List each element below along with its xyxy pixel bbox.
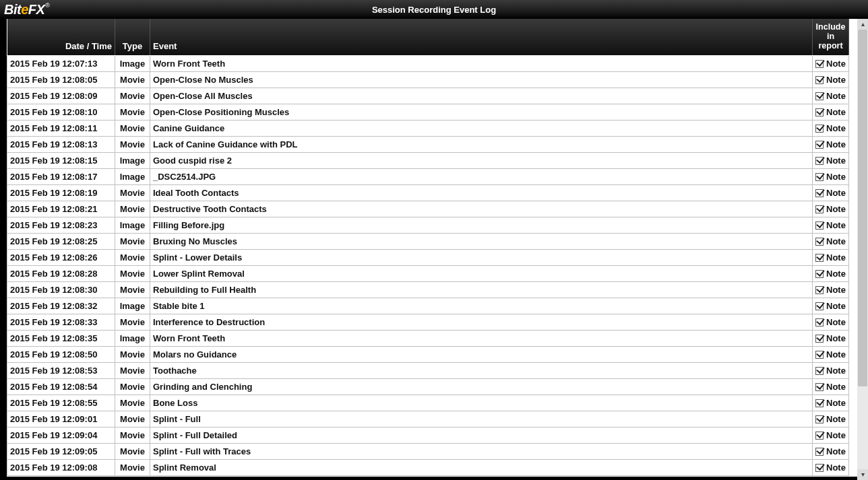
include-checkbox[interactable] bbox=[815, 286, 824, 294]
include-checkbox[interactable] bbox=[815, 351, 824, 359]
include-checkbox[interactable] bbox=[815, 221, 824, 230]
table-row[interactable]: 2015 Feb 19 12:08:35ImageWorn Front Teet… bbox=[7, 330, 849, 346]
table-row[interactable]: 2015 Feb 19 12:09:04MovieSplint - Full D… bbox=[7, 427, 849, 443]
logo-registered-icon: ® bbox=[45, 2, 49, 9]
include-checkbox[interactable] bbox=[815, 318, 824, 327]
cell-datetime: 2015 Feb 19 12:08:50 bbox=[7, 346, 115, 362]
col-header-include[interactable]: Include in report bbox=[813, 19, 849, 55]
table-row[interactable]: 2015 Feb 19 12:08:30MovieRebuilding to F… bbox=[7, 281, 849, 298]
cell-type: Movie bbox=[115, 281, 150, 298]
table-row[interactable]: 2015 Feb 19 12:08:19MovieIdeal Tooth Con… bbox=[7, 184, 849, 201]
table-row[interactable]: 2015 Feb 19 12:08:25MovieBruxing No Musc… bbox=[7, 233, 849, 249]
include-checkbox[interactable] bbox=[815, 76, 824, 84]
scroll-thumb[interactable] bbox=[858, 30, 867, 386]
header-row: Date / Time Type Event Include in report bbox=[7, 19, 849, 55]
table-row[interactable]: 2015 Feb 19 12:09:08MovieSplint RemovalN… bbox=[7, 459, 849, 475]
event-table-wrap: Date / Time Type Event Include in report… bbox=[7, 19, 857, 477]
include-checkbox[interactable] bbox=[815, 367, 824, 375]
scroll-up-arrow-icon[interactable]: ▴ bbox=[857, 19, 868, 30]
table-row[interactable]: 2015 Feb 19 12:08:55MovieBone LossNote bbox=[7, 395, 849, 411]
table-row[interactable]: 2015 Feb 19 12:07:13ImageWorn Front Teet… bbox=[7, 55, 849, 71]
cell-type: Image bbox=[115, 217, 150, 233]
col-header-datetime[interactable]: Date / Time bbox=[7, 19, 115, 55]
table-row[interactable]: 2015 Feb 19 12:09:01MovieSplint - FullNo… bbox=[7, 411, 849, 427]
table-row[interactable]: 2015 Feb 19 12:08:13MovieLack of Canine … bbox=[7, 136, 849, 152]
table-row[interactable]: 2015 Feb 19 12:08:09MovieOpen-Close All … bbox=[7, 88, 849, 104]
cell-include: Note bbox=[813, 378, 849, 395]
cell-datetime: 2015 Feb 19 12:09:04 bbox=[7, 427, 115, 443]
table-row[interactable]: 2015 Feb 19 12:08:23ImageFilling Before.… bbox=[7, 217, 849, 233]
cell-datetime: 2015 Feb 19 12:08:13 bbox=[7, 136, 115, 152]
table-row[interactable]: 2015 Feb 19 12:08:28MovieLower Splint Re… bbox=[7, 265, 849, 281]
table-row[interactable]: 2015 Feb 19 12:08:15ImageGood cuspid ris… bbox=[7, 152, 849, 168]
cell-datetime: 2015 Feb 19 12:08:28 bbox=[7, 265, 115, 281]
cell-event: Splint - Full Detailed bbox=[150, 427, 813, 443]
include-checkbox[interactable] bbox=[815, 383, 824, 391]
cell-event: Splint - Full bbox=[150, 411, 813, 427]
include-checkbox[interactable] bbox=[815, 254, 824, 262]
note-label: Note bbox=[826, 204, 846, 214]
note-label: Note bbox=[826, 301, 846, 311]
include-checkbox[interactable] bbox=[815, 173, 824, 181]
include-checkbox[interactable] bbox=[815, 92, 824, 100]
table-row[interactable]: 2015 Feb 19 12:08:17Image_DSC2514.JPGNot… bbox=[7, 168, 849, 184]
cell-event: Stable bite 1 bbox=[150, 298, 813, 314]
include-checkbox[interactable] bbox=[815, 125, 824, 133]
table-row[interactable]: 2015 Feb 19 12:08:53MovieToothacheNote bbox=[7, 362, 849, 378]
include-checkbox[interactable] bbox=[815, 205, 824, 213]
include-checkbox[interactable] bbox=[815, 464, 824, 472]
include-checkbox[interactable] bbox=[815, 141, 824, 149]
title-bar: BiteFX® Session Recording Event Log bbox=[0, 0, 868, 19]
scroll-down-arrow-icon[interactable]: ▾ bbox=[857, 469, 868, 480]
include-checkbox[interactable] bbox=[815, 189, 824, 197]
include-checkbox[interactable] bbox=[815, 448, 824, 456]
table-row[interactable]: 2015 Feb 19 12:08:26MovieSplint - Lower … bbox=[7, 249, 849, 265]
cell-event: Toothache bbox=[150, 362, 813, 378]
cell-event: Splint Removal bbox=[150, 459, 813, 475]
col-header-type[interactable]: Type bbox=[115, 19, 150, 55]
table-row[interactable]: 2015 Feb 19 12:08:21MovieDestructive Too… bbox=[7, 201, 849, 217]
include-checkbox[interactable] bbox=[815, 399, 824, 407]
cell-type: Movie bbox=[115, 427, 150, 443]
include-checkbox[interactable] bbox=[815, 302, 824, 310]
cell-type: Movie bbox=[115, 395, 150, 411]
note-label: Note bbox=[826, 446, 846, 456]
include-checkbox[interactable] bbox=[815, 60, 824, 68]
include-checkbox[interactable] bbox=[815, 335, 824, 343]
cell-type: Movie bbox=[115, 184, 150, 201]
cell-datetime: 2015 Feb 19 12:08:55 bbox=[7, 395, 115, 411]
table-row[interactable]: 2015 Feb 19 12:09:05MovieSplint - Full w… bbox=[7, 443, 849, 459]
include-checkbox[interactable] bbox=[815, 157, 824, 165]
note-label: Note bbox=[826, 220, 846, 230]
cell-include: Note bbox=[813, 168, 849, 184]
note-label: Note bbox=[826, 333, 846, 343]
table-row[interactable]: 2015 Feb 19 12:08:05MovieOpen-Close No M… bbox=[7, 71, 849, 88]
table-row[interactable]: 2015 Feb 19 12:08:33MovieInterference to… bbox=[7, 314, 849, 330]
cell-include: Note bbox=[813, 55, 849, 71]
include-checkbox[interactable] bbox=[815, 108, 824, 116]
cell-event: Lower Splint Removal bbox=[150, 265, 813, 281]
cell-event: Good cuspid rise 2 bbox=[150, 152, 813, 168]
note-label: Note bbox=[826, 382, 846, 392]
table-row[interactable]: 2015 Feb 19 12:08:11MovieCanine Guidance… bbox=[7, 120, 849, 136]
col-header-event[interactable]: Event bbox=[150, 19, 813, 55]
cell-event: Worn Front Teeth bbox=[150, 55, 813, 71]
cell-include: Note bbox=[813, 281, 849, 298]
table-row[interactable]: 2015 Feb 19 12:08:50MovieMolars no Guida… bbox=[7, 346, 849, 362]
cell-event: Open-Close No Muscles bbox=[150, 71, 813, 88]
note-label: Note bbox=[826, 172, 846, 182]
include-checkbox[interactable] bbox=[815, 415, 824, 423]
cell-datetime: 2015 Feb 19 12:08:25 bbox=[7, 233, 115, 249]
table-row[interactable]: 2015 Feb 19 12:08:54MovieGrinding and Cl… bbox=[7, 378, 849, 395]
cell-datetime: 2015 Feb 19 12:07:13 bbox=[7, 55, 115, 71]
cell-type: Image bbox=[115, 152, 150, 168]
logo-text-accent: e bbox=[21, 2, 28, 17]
note-label: Note bbox=[826, 349, 846, 359]
table-row[interactable]: 2015 Feb 19 12:08:10MovieOpen-Close Posi… bbox=[7, 104, 849, 120]
table-row[interactable]: 2015 Feb 19 12:08:32ImageStable bite 1No… bbox=[7, 298, 849, 314]
vertical-scrollbar[interactable]: ▴ ▾ bbox=[857, 19, 868, 480]
include-checkbox[interactable] bbox=[815, 270, 824, 278]
include-checkbox[interactable] bbox=[815, 238, 824, 246]
cell-include: Note bbox=[813, 184, 849, 201]
include-checkbox[interactable] bbox=[815, 432, 824, 440]
